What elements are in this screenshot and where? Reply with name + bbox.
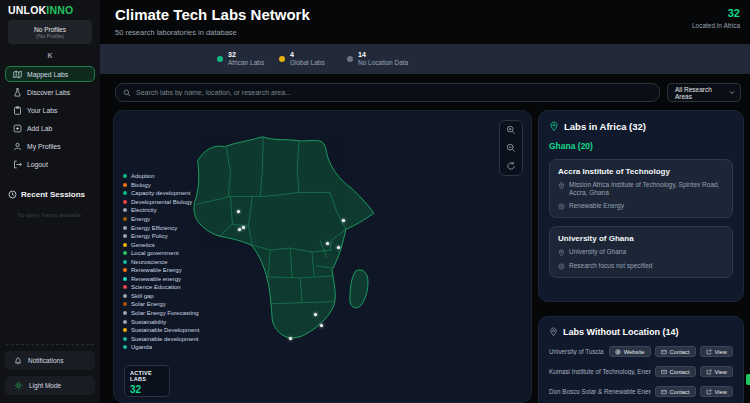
sidebar-item-discover-labs[interactable]: Discover Labs bbox=[5, 84, 95, 100]
stat-global-labs: 4Global Labs bbox=[279, 44, 325, 74]
active-labs-value: 32 bbox=[130, 384, 164, 395]
lab-marker[interactable] bbox=[326, 242, 329, 245]
app-window: UNLOKINNO No Profiles (No Profile) K Map… bbox=[0, 0, 750, 403]
legend-dot bbox=[123, 328, 127, 332]
clock-icon bbox=[8, 190, 17, 199]
lab-name: Don Bosco Solar & Renewable Energy Trai.… bbox=[549, 388, 651, 395]
legend-dot bbox=[123, 208, 127, 212]
lab-marker[interactable] bbox=[289, 337, 292, 340]
legend-item: Uganda bbox=[123, 343, 199, 352]
pin-icon bbox=[558, 182, 565, 190]
search-bar bbox=[115, 83, 660, 102]
legend-label: Sustainability bbox=[131, 319, 166, 325]
sidebar-item-my-profiles[interactable]: My Profiles bbox=[5, 138, 95, 154]
lab-marker[interactable] bbox=[242, 226, 245, 229]
legend-label: Energy Policy bbox=[131, 233, 168, 239]
legend-dot bbox=[123, 302, 127, 306]
clipboard-icon bbox=[13, 106, 22, 115]
contact-button[interactable]: Contact bbox=[655, 366, 696, 377]
stat-african-labs: 32African Labs bbox=[217, 44, 264, 74]
pin-icon bbox=[549, 121, 559, 132]
sidebar-item-add-lab[interactable]: Add Lab bbox=[5, 120, 95, 136]
sidebar-item-logout[interactable]: Logout bbox=[5, 156, 95, 172]
lab-marker[interactable] bbox=[342, 219, 345, 222]
stats-bar: 32African Labs 4Global Labs 14No Locatio… bbox=[100, 44, 750, 74]
lab-name: Kumasi Institute of Technology, Energy a… bbox=[549, 368, 651, 375]
external-link-icon bbox=[706, 349, 712, 355]
contact-button[interactable]: Contact bbox=[655, 346, 696, 357]
lab-marker[interactable] bbox=[314, 313, 317, 316]
light-mode-label: Light Mode bbox=[29, 382, 61, 389]
sidebar-item-label: Logout bbox=[27, 161, 48, 168]
reset-icon bbox=[506, 161, 516, 171]
lab-marker[interactable] bbox=[320, 324, 323, 327]
app-logo: UNLOKINNO bbox=[8, 4, 73, 16]
lab-card[interactable]: Accra Institute of Technology Mission Af… bbox=[549, 159, 733, 218]
legend-label: Local government bbox=[131, 250, 179, 256]
toast-edge bbox=[746, 374, 750, 385]
legend-label: Genetics bbox=[131, 242, 155, 248]
bell-icon bbox=[14, 356, 22, 365]
notifications-button[interactable]: Notifications bbox=[5, 351, 95, 370]
website-button[interactable]: Website bbox=[609, 346, 651, 357]
lab-focus-row: Research focus not specified bbox=[558, 262, 724, 270]
view-button[interactable]: View bbox=[700, 346, 733, 357]
legend-item: Genetics bbox=[123, 240, 199, 249]
research-area-select[interactable]: All Research Areas bbox=[667, 83, 741, 102]
mail-icon bbox=[661, 349, 667, 355]
legend-item: Developmental Biology bbox=[123, 198, 199, 207]
zoom-out-button[interactable] bbox=[503, 141, 519, 156]
sidebar-item-label: Discover Labs bbox=[27, 89, 70, 96]
legend-item: Biology bbox=[123, 181, 199, 190]
zoom-out-icon bbox=[506, 143, 516, 153]
stat-dot-yellow bbox=[279, 56, 285, 62]
active-labs-box: ACTIVE LABS 32 bbox=[124, 365, 170, 397]
search-input[interactable] bbox=[136, 89, 659, 96]
lab-marker[interactable] bbox=[237, 210, 240, 213]
legend-item: Solar Energy bbox=[123, 300, 199, 309]
legend-item: Renewable Energy bbox=[123, 266, 199, 275]
zoom-in-button[interactable] bbox=[503, 123, 519, 138]
reset-view-button[interactable] bbox=[503, 159, 519, 174]
view-button[interactable]: View bbox=[700, 366, 733, 377]
external-link-icon bbox=[706, 389, 712, 395]
legend-dot bbox=[123, 191, 127, 195]
legend-label: Renewable Energy bbox=[131, 267, 182, 273]
lab-marker[interactable] bbox=[238, 228, 241, 231]
profile-selector[interactable]: No Profiles (No Profile) bbox=[8, 20, 92, 44]
legend-dot bbox=[123, 311, 127, 315]
external-link-icon bbox=[706, 369, 712, 375]
legend-item: Neuroscience bbox=[123, 257, 199, 266]
sidebar-item-mapped-labs[interactable]: Mapped Labs bbox=[5, 66, 95, 82]
contact-label: Contact bbox=[670, 369, 690, 375]
contact-button[interactable]: Contact bbox=[655, 386, 696, 397]
located-label: Located in Africa bbox=[692, 22, 740, 29]
legend-dot bbox=[123, 234, 127, 238]
legend-label: Solar Energy Forecasting bbox=[131, 310, 199, 316]
sidebar-divider bbox=[6, 344, 94, 345]
research-icon bbox=[558, 263, 565, 270]
legend-dot bbox=[123, 345, 127, 349]
stat-value: 32 bbox=[228, 51, 264, 59]
notifications-label: Notifications bbox=[28, 357, 63, 364]
legend-dot bbox=[123, 320, 127, 324]
map-legend: Adoption Biology Capacity development De… bbox=[123, 172, 199, 351]
stat-label: No Location Data bbox=[358, 59, 408, 67]
legend-label: Sustainable development bbox=[131, 336, 198, 342]
light-mode-toggle[interactable]: Light Mode bbox=[5, 376, 95, 395]
legend-label: Developmental Biology bbox=[131, 199, 192, 205]
legend-item: Science Education bbox=[123, 283, 199, 292]
legend-item: Capacity development bbox=[123, 189, 199, 198]
view-button[interactable]: View bbox=[700, 386, 733, 397]
sidebar-item-your-labs[interactable]: Your Labs bbox=[5, 102, 95, 118]
legend-label: Renewable energy bbox=[131, 276, 181, 282]
logo-accent: INNO bbox=[46, 4, 73, 16]
lab-card[interactable]: University of Ghana University of Ghana … bbox=[549, 226, 733, 278]
zoom-in-icon bbox=[506, 125, 516, 135]
sun-icon bbox=[14, 381, 23, 390]
user-icon bbox=[13, 142, 22, 151]
legend-dot bbox=[123, 268, 127, 272]
legend-dot bbox=[123, 285, 127, 289]
lab-marker[interactable] bbox=[337, 246, 340, 249]
map-icon bbox=[13, 70, 22, 79]
